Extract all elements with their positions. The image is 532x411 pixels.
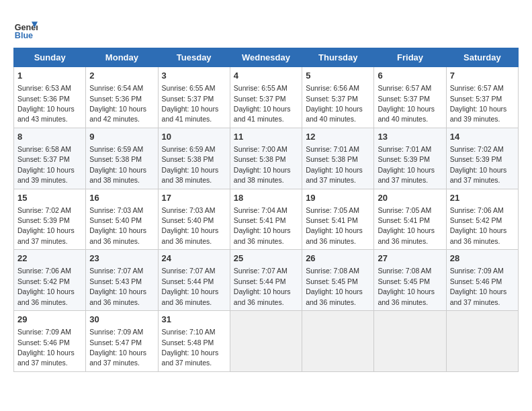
- day-info: Sunrise: 7:05 AMSunset: 5:41 PMDaylight:…: [306, 206, 363, 245]
- day-info: Sunrise: 7:09 AMSunset: 5:46 PMDaylight:…: [450, 267, 507, 306]
- day-info: Sunrise: 7:02 AMSunset: 5:39 PMDaylight:…: [450, 145, 507, 184]
- calendar-cell: 24Sunrise: 7:07 AMSunset: 5:44 PMDayligh…: [158, 250, 230, 311]
- day-number: 10: [162, 131, 226, 143]
- day-info: Sunrise: 6:55 AMSunset: 5:37 PMDaylight:…: [234, 84, 291, 123]
- day-number: 31: [162, 314, 226, 326]
- calendar-cell: 10Sunrise: 6:59 AMSunset: 5:38 PMDayligh…: [158, 128, 230, 189]
- calendar-cell: 19Sunrise: 7:05 AMSunset: 5:41 PMDayligh…: [302, 189, 374, 250]
- calendar-cell: [230, 311, 302, 372]
- day-info: Sunrise: 7:06 AMSunset: 5:42 PMDaylight:…: [450, 206, 507, 245]
- calendar-cell: 14Sunrise: 7:02 AMSunset: 5:39 PMDayligh…: [446, 128, 518, 189]
- day-number: 11: [234, 131, 298, 143]
- calendar-cell: 7Sunrise: 6:57 AMSunset: 5:37 PMDaylight…: [446, 67, 518, 128]
- calendar-cell: 8Sunrise: 6:58 AMSunset: 5:37 PMDaylight…: [14, 128, 86, 189]
- day-info: Sunrise: 6:53 AMSunset: 5:36 PMDaylight:…: [17, 84, 75, 123]
- day-info: Sunrise: 7:08 AMSunset: 5:45 PMDaylight:…: [378, 267, 435, 306]
- day-info: Sunrise: 7:04 AMSunset: 5:41 PMDaylight:…: [234, 206, 291, 245]
- col-header-wednesday: Wednesday: [230, 48, 302, 67]
- calendar-cell: 3Sunrise: 6:55 AMSunset: 5:37 PMDaylight…: [158, 67, 230, 128]
- calendar-cell: 9Sunrise: 6:59 AMSunset: 5:38 PMDaylight…: [86, 128, 158, 189]
- calendar-cell: 6Sunrise: 6:57 AMSunset: 5:37 PMDaylight…: [374, 67, 446, 128]
- col-header-thursday: Thursday: [302, 48, 374, 67]
- day-info: Sunrise: 7:07 AMSunset: 5:44 PMDaylight:…: [162, 267, 219, 306]
- calendar-cell: 21Sunrise: 7:06 AMSunset: 5:42 PMDayligh…: [446, 189, 518, 250]
- calendar-cell: 28Sunrise: 7:09 AMSunset: 5:46 PMDayligh…: [446, 250, 518, 311]
- day-info: Sunrise: 6:55 AMSunset: 5:37 PMDaylight:…: [162, 84, 219, 123]
- day-number: 8: [17, 131, 82, 143]
- calendar-cell: 23Sunrise: 7:07 AMSunset: 5:43 PMDayligh…: [86, 250, 158, 311]
- day-number: 14: [450, 131, 515, 143]
- day-info: Sunrise: 7:09 AMSunset: 5:46 PMDaylight:…: [17, 328, 75, 367]
- day-info: Sunrise: 7:00 AMSunset: 5:38 PMDaylight:…: [234, 145, 291, 184]
- day-info: Sunrise: 7:01 AMSunset: 5:39 PMDaylight:…: [378, 145, 435, 184]
- day-info: Sunrise: 6:59 AMSunset: 5:38 PMDaylight:…: [89, 145, 146, 184]
- calendar-cell: 1Sunrise: 6:53 AMSunset: 5:36 PMDaylight…: [14, 67, 86, 128]
- calendar-header-row: SundayMondayTuesdayWednesdayThursdayFrid…: [14, 48, 519, 67]
- day-info: Sunrise: 7:01 AMSunset: 5:38 PMDaylight:…: [306, 145, 363, 184]
- week-row-1: 1Sunrise: 6:53 AMSunset: 5:36 PMDaylight…: [14, 67, 519, 128]
- calendar-cell: 4Sunrise: 6:55 AMSunset: 5:37 PMDaylight…: [230, 67, 302, 128]
- day-number: 21: [450, 192, 515, 204]
- day-info: Sunrise: 7:10 AMSunset: 5:48 PMDaylight:…: [162, 328, 219, 367]
- day-number: 7: [450, 70, 515, 82]
- day-number: 30: [89, 314, 154, 326]
- calendar-table: SundayMondayTuesdayWednesdayThursdayFrid…: [13, 48, 519, 372]
- day-number: 9: [89, 131, 154, 143]
- calendar-cell: 2Sunrise: 6:54 AMSunset: 5:36 PMDaylight…: [86, 67, 158, 128]
- calendar-cell: 31Sunrise: 7:10 AMSunset: 5:48 PMDayligh…: [158, 311, 230, 372]
- day-info: Sunrise: 6:57 AMSunset: 5:37 PMDaylight:…: [450, 84, 507, 123]
- day-number: 15: [17, 192, 82, 204]
- logo: General Blue: [13, 17, 40, 41]
- calendar-cell: 17Sunrise: 7:03 AMSunset: 5:40 PMDayligh…: [158, 189, 230, 250]
- day-number: 27: [378, 253, 442, 265]
- day-number: 24: [162, 253, 226, 265]
- calendar-cell: 25Sunrise: 7:07 AMSunset: 5:44 PMDayligh…: [230, 250, 302, 311]
- page-header: General Blue: [13, 13, 519, 41]
- calendar-cell: 15Sunrise: 7:02 AMSunset: 5:39 PMDayligh…: [14, 189, 86, 250]
- svg-text:Blue: Blue: [15, 31, 33, 40]
- day-info: Sunrise: 7:05 AMSunset: 5:41 PMDaylight:…: [378, 206, 435, 245]
- col-header-saturday: Saturday: [446, 48, 518, 67]
- day-number: 17: [162, 192, 226, 204]
- day-number: 2: [89, 70, 154, 82]
- day-number: 12: [306, 131, 370, 143]
- day-number: 26: [306, 253, 370, 265]
- day-number: 13: [378, 131, 442, 143]
- day-info: Sunrise: 6:58 AMSunset: 5:37 PMDaylight:…: [17, 145, 75, 184]
- day-info: Sunrise: 7:08 AMSunset: 5:45 PMDaylight:…: [306, 267, 363, 306]
- calendar-body: 1Sunrise: 6:53 AMSunset: 5:36 PMDaylight…: [14, 67, 519, 372]
- day-number: 5: [306, 70, 370, 82]
- day-info: Sunrise: 7:03 AMSunset: 5:40 PMDaylight:…: [162, 206, 219, 245]
- col-header-friday: Friday: [374, 48, 446, 67]
- week-row-3: 15Sunrise: 7:02 AMSunset: 5:39 PMDayligh…: [14, 189, 519, 250]
- week-row-5: 29Sunrise: 7:09 AMSunset: 5:46 PMDayligh…: [14, 311, 519, 372]
- week-row-4: 22Sunrise: 7:06 AMSunset: 5:42 PMDayligh…: [14, 250, 519, 311]
- calendar-cell: 29Sunrise: 7:09 AMSunset: 5:46 PMDayligh…: [14, 311, 86, 372]
- day-number: 16: [89, 192, 154, 204]
- day-number: 25: [234, 253, 298, 265]
- day-info: Sunrise: 7:07 AMSunset: 5:44 PMDaylight:…: [234, 267, 291, 306]
- calendar-cell: 22Sunrise: 7:06 AMSunset: 5:42 PMDayligh…: [14, 250, 86, 311]
- calendar-cell: 11Sunrise: 7:00 AMSunset: 5:38 PMDayligh…: [230, 128, 302, 189]
- day-number: 6: [378, 70, 442, 82]
- day-number: 4: [234, 70, 298, 82]
- calendar-cell: 27Sunrise: 7:08 AMSunset: 5:45 PMDayligh…: [374, 250, 446, 311]
- day-number: 18: [234, 192, 298, 204]
- day-number: 1: [17, 70, 82, 82]
- day-number: 23: [89, 253, 154, 265]
- day-info: Sunrise: 7:06 AMSunset: 5:42 PMDaylight:…: [17, 267, 75, 306]
- calendar-cell: [374, 311, 446, 372]
- day-info: Sunrise: 7:09 AMSunset: 5:47 PMDaylight:…: [89, 328, 146, 367]
- day-info: Sunrise: 6:57 AMSunset: 5:37 PMDaylight:…: [378, 84, 435, 123]
- week-row-2: 8Sunrise: 6:58 AMSunset: 5:37 PMDaylight…: [14, 128, 519, 189]
- day-number: 29: [17, 314, 82, 326]
- calendar-cell: 12Sunrise: 7:01 AMSunset: 5:38 PMDayligh…: [302, 128, 374, 189]
- col-header-monday: Monday: [86, 48, 158, 67]
- calendar-cell: [302, 311, 374, 372]
- day-info: Sunrise: 7:02 AMSunset: 5:39 PMDaylight:…: [17, 206, 75, 245]
- day-number: 22: [17, 253, 82, 265]
- day-info: Sunrise: 6:59 AMSunset: 5:38 PMDaylight:…: [162, 145, 219, 184]
- calendar-cell: 13Sunrise: 7:01 AMSunset: 5:39 PMDayligh…: [374, 128, 446, 189]
- day-number: 3: [162, 70, 226, 82]
- day-number: 19: [306, 192, 370, 204]
